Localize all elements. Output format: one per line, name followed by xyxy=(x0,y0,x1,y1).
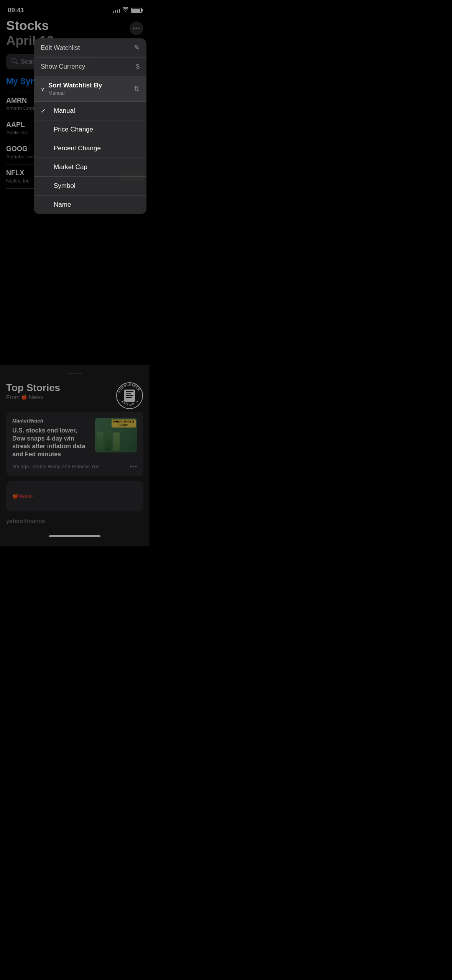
edit-watchlist-option[interactable]: Edit Watchlist ✎ xyxy=(34,38,146,58)
edit-icon: ✎ xyxy=(134,44,140,52)
sort-watchlist-header[interactable]: ∨ Sort Watchlist By Manual ⇅ xyxy=(34,76,146,102)
sort-current-value: Manual xyxy=(48,90,134,96)
sort-option-label: Name xyxy=(54,201,71,209)
sort-collapse-icon: ∨ xyxy=(41,86,44,92)
sort-option-price-change[interactable]: Price Change xyxy=(34,120,146,139)
sort-option-symbol[interactable]: Symbol xyxy=(34,177,146,196)
currency-icon: $ xyxy=(136,63,140,71)
sort-option-manual[interactable]: ✓ Manual xyxy=(34,102,146,120)
sort-option-percent-change[interactable]: Percent Change xyxy=(34,139,146,158)
edit-watchlist-label: Edit Watchlist xyxy=(41,44,80,52)
sort-option-label: Percent Change xyxy=(54,145,101,152)
sort-title-block: Sort Watchlist By Manual xyxy=(48,82,134,96)
sort-option-label: Price Change xyxy=(54,126,93,133)
sort-option-label: Market Cap xyxy=(54,163,87,171)
sort-title: Sort Watchlist By xyxy=(48,82,134,89)
check-icon: ✓ xyxy=(41,107,48,115)
sort-option-name[interactable]: Name xyxy=(34,196,146,214)
show-currency-option[interactable]: Show Currency $ xyxy=(34,58,146,76)
sort-dropdown-menu: Edit Watchlist ✎ Show Currency $ ∨ Sort … xyxy=(34,38,146,214)
sort-option-label: Symbol xyxy=(54,182,76,190)
sort-option-label: Manual xyxy=(54,107,75,115)
sort-direction-icon: ⇅ xyxy=(134,85,140,93)
sort-option-market-cap[interactable]: Market Cap xyxy=(34,158,146,177)
show-currency-label: Show Currency xyxy=(41,63,85,71)
